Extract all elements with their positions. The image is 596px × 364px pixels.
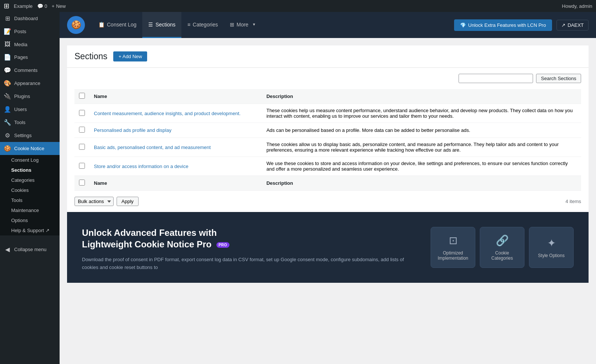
page-title: Sections	[74, 51, 107, 61]
collapse-menu-button[interactable]: ◀ Collapse menu	[0, 243, 60, 256]
footer-name-header: Name	[89, 176, 262, 191]
row-checkbox-4[interactable]	[79, 163, 85, 169]
admin-bar-howdy: Howdy, admin	[562, 3, 592, 9]
admin-bar-comments[interactable]: 💬 0	[37, 3, 47, 9]
footer-desc-header: Description	[262, 176, 581, 191]
sidebar-item-posts[interactable]: 📝 Posts	[0, 25, 60, 38]
cookie-logo-icon: 🍪	[71, 20, 81, 30]
appearance-icon: 🎨	[4, 80, 11, 87]
promo-card-optimized[interactable]: ⊡ Optimized Implementation	[431, 227, 475, 268]
row-name-cell-4: Store and/or access information on a dev…	[89, 157, 262, 176]
table-footer: Bulk actions Apply 4 items	[74, 197, 581, 206]
sidebar-sub-sections[interactable]: Sections	[0, 165, 60, 175]
sidebar-item-tools[interactable]: 🔧 Tools	[0, 116, 60, 129]
bulk-actions-select[interactable]: Bulk actions	[74, 197, 114, 206]
plugin-nav: 📋 Consent Log ☰ Sections ≡ Categories ⊞ …	[92, 12, 262, 38]
daext-logo: ↗ DAEXT	[557, 20, 589, 31]
header-description: Description	[262, 89, 581, 104]
sidebar-item-cookie-notice[interactable]: 🍪 Cookie Notice	[0, 142, 60, 155]
row-checkbox-1[interactable]	[79, 110, 85, 116]
sidebar-sub-tools[interactable]: Tools	[0, 195, 60, 205]
pages-icon: 📄	[4, 54, 11, 61]
sidebar-item-media[interactable]: 🖼 Media	[0, 38, 60, 51]
settings-icon: ⚙	[4, 132, 11, 139]
wp-logo-icon[interactable]: ⊞	[4, 2, 9, 10]
add-new-button[interactable]: + Add New	[113, 51, 147, 61]
promo-description: Download the proof of consent in PDF for…	[82, 256, 416, 272]
search-input[interactable]	[459, 74, 533, 83]
plugin-logo: 🍪	[67, 16, 85, 34]
row-checkbox-cell	[74, 157, 89, 176]
footer-select-all-checkbox[interactable]	[79, 180, 85, 186]
admin-bar-new[interactable]: + New	[52, 3, 66, 9]
promo-card-cookie-categories[interactable]: 🔗 Cookie Categories	[480, 227, 524, 268]
table-row: Basic ads, personalised content, and ad …	[74, 138, 581, 157]
sidebar-sub-cookies[interactable]: Cookies	[0, 185, 60, 195]
dashboard-icon: ⊞	[4, 15, 11, 22]
unlock-features-button[interactable]: 💎 Unlock Extra Features with LCN Pro	[454, 19, 552, 31]
plugin-nav-more[interactable]: ⊞ More ▼	[224, 12, 262, 38]
search-sections-button[interactable]: Search Sections	[536, 74, 581, 83]
sidebar-item-comments[interactable]: 💬 Comments	[0, 64, 60, 77]
table-row: Store and/or access information on a dev…	[74, 157, 581, 176]
sidebar-item-plugins[interactable]: 🔌 Plugins	[0, 90, 60, 103]
apply-button[interactable]: Apply	[117, 197, 139, 206]
posts-icon: 📝	[4, 28, 11, 35]
row-desc-cell-3: These cookies allow us to display basic …	[262, 138, 581, 157]
row-name-cell-1: Content measurement, audience insights, …	[89, 104, 262, 123]
promo-text: Unlock Advanced Features withLightweight…	[82, 227, 416, 272]
row-link-3[interactable]: Basic ads, personalised content, and ad …	[94, 145, 211, 150]
row-link-4[interactable]: Store and/or access information on a dev…	[94, 164, 188, 169]
row-link-1[interactable]: Content measurement, audience insights, …	[94, 111, 241, 116]
sidebar-item-users[interactable]: 👤 Users	[0, 103, 60, 116]
sidebar-item-dashboard[interactable]: ⊞ Dashboard	[0, 12, 60, 25]
sidebar-sub-help-support[interactable]: Help & Support ↗	[0, 225, 60, 235]
plugin-nav-consent-log[interactable]: 📋 Consent Log	[92, 12, 142, 38]
daext-arrow-icon: ↗	[561, 22, 565, 28]
sidebar-item-appearance[interactable]: 🎨 Appearance	[0, 77, 60, 90]
plugin-nav-sections[interactable]: ☰ Sections	[142, 12, 181, 38]
plugin-nav-categories[interactable]: ≡ Categories	[181, 12, 224, 38]
row-name-cell-2: Personalised ads profile and display	[89, 123, 262, 138]
promo-title: Unlock Advanced Features withLightweight…	[82, 227, 416, 250]
sections-nav-icon: ☰	[148, 22, 153, 28]
sidebar-sub-categories[interactable]: Categories	[0, 175, 60, 185]
sidebar-item-pages[interactable]: 📄 Pages	[0, 51, 60, 64]
sidebar-sub-options[interactable]: Options	[0, 215, 60, 225]
plugin-header: 🍪 📋 Consent Log ☰ Sections ≡ Categories …	[60, 12, 596, 38]
row-link-2[interactable]: Personalised ads profile and display	[94, 127, 171, 133]
cookie-categories-icon: 🔗	[496, 234, 509, 247]
content-area: 🍪 📋 Consent Log ☰ Sections ≡ Categories …	[60, 12, 596, 364]
row-name-cell-3: Basic ads, personalised content, and ad …	[89, 138, 262, 157]
row-checkbox-2[interactable]	[79, 127, 85, 133]
promo-content: Unlock Advanced Features withLightweight…	[82, 227, 574, 272]
promo-card-style-options[interactable]: ✦ Style Options	[529, 227, 574, 268]
comments-icon: 💬	[4, 67, 11, 74]
consent-log-icon: 📋	[98, 22, 105, 28]
table-row: Personalised ads profile and display Ads…	[74, 123, 581, 138]
header-checkbox-col	[74, 89, 89, 104]
tools-icon: 🔧	[4, 119, 11, 126]
more-dropdown-icon: ▼	[252, 22, 256, 26]
sidebar-sub-consent-log[interactable]: Consent Log	[0, 155, 60, 165]
sidebar-sub-maintenance[interactable]: Maintenance	[0, 205, 60, 215]
more-nav-icon: ⊞	[230, 22, 234, 28]
row-desc-cell-1: These cookies help us measure content pe…	[262, 104, 581, 123]
table-container: Search Sections Name Description	[67, 68, 589, 212]
items-count: 4 items	[565, 199, 581, 204]
select-all-checkbox[interactable]	[79, 93, 85, 99]
footer-checkbox-col	[74, 176, 89, 191]
row-checkbox-3[interactable]	[79, 144, 85, 150]
media-icon: 🖼	[4, 41, 11, 48]
admin-bar-site-name[interactable]: Example	[14, 3, 33, 9]
cookie-notice-submenu: Consent Log Sections Categories Cookies …	[0, 155, 60, 235]
sidebar-item-settings[interactable]: ⚙ Settings	[0, 129, 60, 142]
page-content: Sections + Add New Search Sections	[60, 38, 596, 364]
table-header-row: Name Description	[74, 89, 581, 104]
table-row: Content measurement, audience insights, …	[74, 104, 581, 123]
promo-section: Unlock Advanced Features withLightweight…	[67, 212, 589, 283]
plugin-header-right: 💎 Unlock Extra Features with LCN Pro ↗ D…	[454, 19, 589, 31]
plugins-icon: 🔌	[4, 93, 11, 100]
page-header: Sections + Add New	[67, 45, 589, 68]
diamond-icon: 💎	[460, 22, 466, 28]
